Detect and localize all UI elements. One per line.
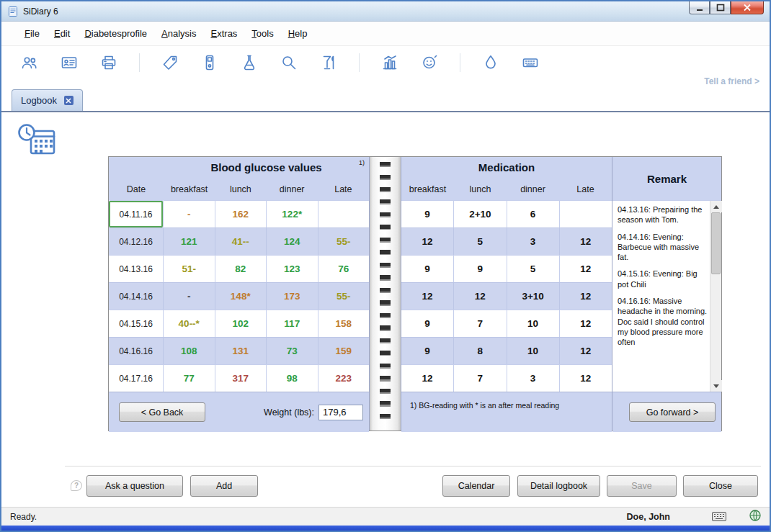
nutrition-icon[interactable]: [319, 52, 338, 73]
drop-icon[interactable]: [481, 52, 500, 73]
scroll-thumb[interactable]: [711, 212, 721, 274]
go-forward-button[interactable]: Go forward >: [629, 402, 716, 422]
bg-cell[interactable]: 223: [318, 364, 370, 392]
bg-cell[interactable]: 131: [215, 337, 267, 364]
med-cell[interactable]: 9: [401, 310, 454, 337]
med-cell[interactable]: 10: [507, 337, 560, 364]
bg-cell[interactable]: 123: [267, 255, 318, 282]
med-cell[interactable]: 9: [401, 337, 454, 364]
keyboard-icon[interactable]: [521, 52, 540, 73]
bg-cell[interactable]: 162: [215, 200, 267, 227]
tag-icon[interactable]: [161, 52, 179, 73]
bg-cell[interactable]: 73: [267, 337, 318, 364]
close-button[interactable]: [731, 1, 764, 14]
bg-cell[interactable]: 122*: [267, 200, 318, 227]
date-cell[interactable]: 04.16.16: [109, 337, 164, 364]
remark-scrollbar[interactable]: [710, 201, 721, 392]
bg-cell[interactable]: 40--*: [164, 310, 215, 337]
menu-edit[interactable]: Edit: [47, 24, 77, 42]
bg-cell[interactable]: 173: [267, 282, 318, 310]
bg-cell[interactable]: -: [164, 200, 215, 227]
search-icon[interactable]: [280, 52, 298, 73]
menu-help[interactable]: Help: [281, 24, 315, 42]
bg-cell[interactable]: 121: [164, 227, 215, 255]
keyboard-status-icon[interactable]: [712, 512, 726, 521]
med-cell[interactable]: 8: [454, 337, 507, 364]
scroll-down-icon[interactable]: [710, 380, 722, 392]
save-button[interactable]: Save: [607, 475, 677, 497]
go-back-button[interactable]: < Go Back: [119, 402, 205, 422]
bg-cell[interactable]: -: [164, 282, 215, 310]
bg-cell[interactable]: 124: [267, 227, 318, 255]
menu-extras[interactable]: Extras: [204, 24, 245, 42]
med-cell[interactable]: 12: [401, 227, 454, 255]
bg-cell[interactable]: 77: [164, 364, 215, 392]
med-cell[interactable]: 12: [560, 255, 612, 282]
med-cell[interactable]: 3+10: [507, 282, 560, 310]
bg-cell[interactable]: 41--: [215, 227, 267, 255]
bg-cell[interactable]: 51-: [164, 255, 215, 282]
bg-cell[interactable]: [318, 200, 370, 227]
menu-analysis[interactable]: Analysis: [154, 24, 203, 42]
bg-cell[interactable]: 317: [215, 364, 267, 392]
bg-cell[interactable]: 102: [215, 310, 267, 337]
med-cell[interactable]: 6: [507, 200, 560, 227]
printer-icon[interactable]: [99, 52, 118, 73]
med-cell[interactable]: [560, 200, 612, 227]
bg-cell[interactable]: 158: [318, 310, 370, 337]
date-cell[interactable]: 04.13.16: [109, 255, 164, 282]
med-cell[interactable]: 3: [507, 364, 560, 392]
minimize-button[interactable]: [689, 1, 710, 14]
users-icon[interactable]: [20, 52, 39, 73]
bg-cell[interactable]: 76: [318, 255, 370, 282]
med-cell[interactable]: 9: [454, 255, 507, 282]
globe-status-icon[interactable]: [749, 510, 761, 523]
med-cell[interactable]: 12: [560, 364, 612, 392]
detail-logbook-button[interactable]: Detail logbook: [517, 475, 600, 497]
date-cell[interactable]: 04.11.16: [109, 200, 164, 227]
contact-card-icon[interactable]: [60, 52, 79, 73]
med-cell[interactable]: 12: [560, 282, 612, 310]
meter-icon[interactable]: [200, 52, 219, 73]
date-cell[interactable]: 04.12.16: [109, 227, 164, 255]
menu-tools[interactable]: Tools: [244, 24, 280, 42]
menu-diabetesprofile[interactable]: Diabetesprofile: [77, 24, 154, 42]
med-cell[interactable]: 12: [401, 282, 454, 310]
med-cell[interactable]: 7: [454, 364, 507, 392]
med-cell[interactable]: 9: [401, 200, 454, 227]
bg-cell[interactable]: 55-: [318, 227, 370, 255]
bg-cell[interactable]: 159: [318, 337, 370, 364]
flask-icon[interactable]: [240, 52, 259, 73]
date-cell[interactable]: 04.14.16: [109, 282, 164, 310]
bg-cell[interactable]: 98: [267, 364, 318, 392]
close-logbook-button[interactable]: Close: [683, 475, 758, 497]
bg-cell[interactable]: 55-: [318, 282, 370, 310]
med-cell[interactable]: 12: [454, 282, 507, 310]
med-cell[interactable]: 12: [401, 364, 454, 392]
med-cell[interactable]: 9: [401, 255, 454, 282]
weight-input[interactable]: [318, 405, 363, 420]
date-cell[interactable]: 04.15.16: [109, 310, 164, 337]
help-bubble-icon[interactable]: ?: [71, 480, 82, 491]
add-button[interactable]: Add: [190, 475, 258, 497]
med-cell[interactable]: 12: [560, 310, 612, 337]
date-cell[interactable]: 04.17.16: [109, 364, 164, 392]
statistics-icon[interactable]: [380, 52, 399, 73]
bg-cell[interactable]: 82: [215, 255, 267, 282]
bg-cell[interactable]: 148*: [215, 282, 267, 310]
med-cell[interactable]: 5: [507, 255, 560, 282]
med-cell[interactable]: 10: [507, 310, 560, 337]
scroll-up-icon[interactable]: [710, 201, 722, 212]
med-cell[interactable]: 12: [560, 227, 612, 255]
med-cell[interactable]: 5: [454, 227, 507, 255]
menu-file[interactable]: File: [17, 24, 47, 42]
tab-close-icon[interactable]: [64, 96, 73, 105]
med-cell[interactable]: 12: [560, 337, 612, 364]
med-cell[interactable]: 7: [454, 310, 507, 337]
tab-logbook[interactable]: Logbook: [12, 89, 83, 111]
calendar-button[interactable]: Calendar: [442, 475, 510, 497]
tell-a-friend-link[interactable]: Tell a friend >: [704, 76, 759, 86]
med-cell[interactable]: 2+10: [454, 200, 507, 227]
ask-question-button[interactable]: Ask a question: [86, 475, 183, 497]
bg-cell[interactable]: 108: [164, 337, 215, 364]
